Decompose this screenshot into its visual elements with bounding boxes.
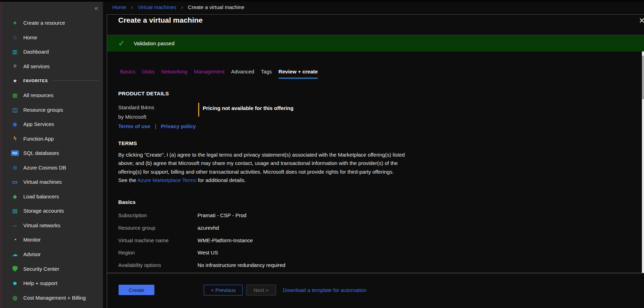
azure-marketplace-terms-link[interactable]: Azure Marketplace Terms [137,177,196,183]
sidebar-item-cost-management-billing[interactable]: ◎ Cost Management + Billing [2,290,103,305]
validation-banner: ✓ Validation passed [107,35,644,52]
create-button[interactable]: Create [119,285,154,295]
row-label: Availability options [118,262,198,268]
planet-icon: ⊛ [11,164,19,171]
sidebar-item-advisor[interactable]: ☁ Advisor [2,247,103,262]
tab-review-create[interactable]: Review + create [279,69,318,79]
shield-icon [13,266,18,272]
scrollbar-track[interactable] [642,52,644,273]
sidebar-item-help-support[interactable]: ☻ Help + support [2,276,103,291]
product-name: Standard B4ms [118,104,154,110]
sidebar-item-home[interactable]: ⌂ Home [2,30,103,45]
page-title: Create a virtual machine [118,16,203,24]
table-row: Region West US [118,246,449,259]
dashboard-icon: ▥ [11,48,19,55]
terms-line-prefix: See the [118,177,137,183]
sidebar-item-label: Advisor [23,251,41,257]
sidebar-item-virtual-machines[interactable]: ▭ Virtual machines [2,175,103,189]
sidebar-item-security-center[interactable]: Security Center [2,261,103,276]
sidebar-item-label: Monitor [23,237,41,243]
sidebar-item-label: Dashboard [23,49,49,55]
checkmark-icon: ✓ [118,39,124,48]
sidebar-item-function-app[interactable]: ϟ Function App [2,131,103,146]
sidebar-item-create-a-resource[interactable]: + Create a resource [2,16,103,30]
terms-heading: TERMS [118,140,137,146]
cloud-icon: ☁ [11,251,19,258]
tab-basics[interactable]: Basics [120,69,135,79]
sidebar-item-load-balancers[interactable]: ◆ Load balancers [2,189,103,204]
divider: | [155,123,156,129]
sidebar-item-azure-cosmos-db[interactable]: ⊛ Azure Cosmos DB [2,160,103,175]
validation-banner-text: Validation passed [134,40,174,46]
sidebar-item-label: Virtual networks [23,222,60,228]
table-row: Resource group azurevhd [118,222,449,234]
breadcrumb-current: Create a virtual machine [188,4,244,10]
row-label: Subscription [118,212,198,218]
terms-line: above; and (b) agree that Microsoft may … [118,159,501,167]
sidebar-item-monitor[interactable]: ◔ Monitor [2,232,103,247]
breadcrumb-virtual-machines-link[interactable]: Virtual machines [138,4,176,10]
row-value: Pramati - CSP - Prod [198,212,247,218]
sidebar-item-label: Create a resource [23,20,65,26]
tab-management[interactable]: Management [194,69,225,79]
terms-of-use-link[interactable]: Terms of use [118,123,150,129]
divider [53,80,99,81]
plus-icon: + [11,20,19,26]
lightning-icon: ϟ [11,135,19,142]
pricing-note: Pricing not available for this offering [203,105,293,111]
scrollbar-thumb[interactable] [642,56,644,99]
panel-left-border [107,15,107,308]
favorites-header: ★ FAVORITES [2,73,103,88]
tab-disks[interactable]: Disks [142,69,155,79]
terms-line: offering(s) for support, billing and oth… [118,168,501,176]
sidebar-item-resource-groups[interactable]: ◫ Resource groups [2,102,103,117]
sidebar-item-storage-accounts[interactable]: ▤ Storage accounts [2,204,103,218]
product-publisher: by Microsoft [118,114,146,120]
database-icon: SQL [11,150,19,156]
breadcrumb: Home › Virtual machines › Create a virtu… [112,4,244,10]
sidebar-item-label: Load balancers [23,194,59,199]
sidebar-item-label: All services [23,63,50,69]
tab-advanced[interactable]: Advanced [231,69,254,79]
favorites-label: FAVORITES [23,79,48,83]
sidebar: « + Create a resource ⌂ Home ▥ Dashboard… [2,2,103,308]
row-value: No infrastructure redundancy required [198,262,285,268]
sidebar-item-app-services[interactable]: ◉ App Services [2,117,103,132]
sidebar-item-label: All resources [23,92,54,98]
list-icon: ≡ [11,63,19,69]
table-row: Availability options No infrastructure r… [118,259,449,271]
sidebar-item-label: Home [23,34,37,40]
product-links: Terms of use | Privacy policy [118,123,196,129]
sidebar-item-label: Function App [23,136,54,142]
sidebar-item-label: Help + support [23,280,57,286]
next-button[interactable]: Next > [246,285,276,295]
globe-icon: ◉ [11,121,19,127]
breadcrumb-home-link[interactable]: Home [112,4,126,10]
download-template-link[interactable]: Download a template for automation [283,287,367,293]
row-value: West US [198,250,218,255]
gauge-icon: ◔ [11,237,19,243]
privacy-policy-link[interactable]: Privacy policy [161,123,196,129]
previous-button[interactable]: < Previous [204,285,243,295]
sidebar-item-label: Resource groups [23,107,63,113]
collapse-sidebar-icon[interactable]: « [94,4,98,12]
divider [107,273,644,273]
terms-paragraph: By clicking "Create", I (a) agree to the… [118,151,501,184]
dollar-ring-icon: ◎ [11,294,19,301]
sidebar-item-all-resources[interactable]: ▦ All resources [2,88,103,103]
sidebar-item-all-services[interactable]: ≡ All services [2,59,103,74]
sidebar-item-label: App Services [23,121,54,127]
close-icon[interactable]: × [639,15,644,26]
top-strip [0,0,644,2]
divider [107,14,644,15]
tab-networking[interactable]: Networking [161,69,187,79]
sidebar-item-sql-databases[interactable]: SQL SQL databases [2,146,103,160]
sidebar-item-dashboard[interactable]: ▥ Dashboard [2,45,103,59]
tab-tags[interactable]: Tags [261,69,272,79]
row-value: azurevhd [198,225,219,231]
sidebar-item-virtual-networks[interactable]: ↔ Virtual networks [2,218,103,233]
sidebar-item-label: Cost Management + Billing [23,295,86,301]
cube-brackets-icon: ◫ [11,106,19,113]
sidebar-item-label: Azure Cosmos DB [23,165,66,171]
sidebar-item-label: Virtual machines [23,179,62,185]
